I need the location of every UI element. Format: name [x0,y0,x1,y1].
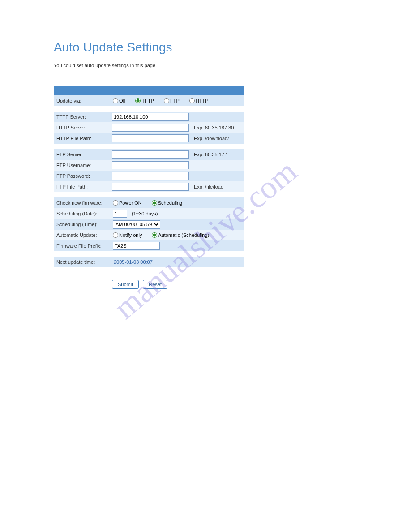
sched-time-select[interactable]: AM 00:00- 05:59 [113,220,160,229]
radio-off[interactable] [113,98,118,103]
check-firmware-label: Check new firmware: [54,200,112,206]
next-update-row: Next update time: 2005-01-03 00:07 [54,257,244,267]
page-title: Auto Update Settings [54,40,398,55]
divider [54,72,246,72]
ftp-path-label: FTP File Path: [54,184,112,189]
sched-date-label: Scheduling (Date): [54,211,112,216]
http-path-row: HTTP File Path: Exp. /download/ [54,133,244,144]
ftp-pass-row: FTP Password: [54,171,244,181]
radio-automatic-label: Automatic (Scheduling) [158,232,209,238]
ftp-path-row: FTP File Path: Exp. /file/load [54,181,244,192]
ftp-user-input[interactable] [112,161,189,169]
sched-date-row: Scheduling (Date): (1~30 days) [54,208,244,219]
ftp-path-input[interactable] [112,183,189,191]
ftp-server-label: FTP Server: [54,152,112,157]
radio-tftp-label: TFTP [141,98,154,103]
radio-power-on[interactable] [113,200,118,206]
tftp-server-row: TFTP Server: [54,112,244,122]
http-path-input[interactable] [112,134,189,142]
ftp-pass-label: FTP Password: [54,173,112,179]
http-path-hint: Exp. /download/ [190,136,244,141]
radio-off-label: Off [119,98,125,103]
auto-update-label: Automatic Update: [54,232,112,238]
ftp-path-hint: Exp. /file/load [190,184,244,189]
tftp-server-label: TFTP Server: [54,114,112,120]
update-via-label: Update via: [54,98,112,103]
ftp-server-row: FTP Server: Exp. 60.35.17.1 [54,149,244,160]
radio-power-on-label: Power ON [119,200,142,206]
ftp-user-label: FTP Username: [54,163,112,168]
prefix-input[interactable] [113,242,160,250]
header-bar [54,86,244,95]
radio-http[interactable] [189,98,195,103]
sched-date-input[interactable] [113,210,127,218]
http-server-input[interactable] [112,124,189,132]
sched-time-label: Scheduling (Time): [54,222,112,227]
radio-notify-only[interactable] [113,232,118,238]
prefix-label: Firmware File Prefix: [54,243,112,249]
radio-ftp-label: FTP [170,98,180,103]
ftp-pass-input[interactable] [112,172,189,180]
config-form: Update via: Off TFTP FTP HTTP TFTP Serve… [54,86,244,289]
radio-notify-only-label: Notify only [119,232,142,238]
radio-automatic[interactable] [152,232,157,238]
update-via-row: Update via: Off TFTP FTP HTTP [54,95,244,106]
reset-button[interactable]: Reset [143,280,167,289]
http-server-hint: Exp. 60.35.187.30 [190,125,244,130]
tftp-server-input[interactable] [112,113,189,121]
radio-tftp[interactable] [135,98,141,103]
http-server-label: HTTP Server: [54,125,112,130]
next-update-value: 2005-01-03 00:07 [113,259,153,265]
ftp-user-row: FTP Username: [54,160,244,171]
prefix-row: Firmware File Prefix: [54,240,244,251]
sched-date-hint: (1~30 days) [132,211,158,216]
ftp-server-input[interactable] [112,150,189,159]
sched-time-row: Scheduling (Time): AM 00:00- 05:59 [54,219,244,230]
radio-scheduling[interactable] [152,200,157,206]
radio-ftp[interactable] [164,98,169,103]
page-subtitle: You could set auto update settings in th… [54,63,398,68]
check-firmware-row: Check new firmware: Power ON Scheduling [54,197,244,208]
ftp-server-hint: Exp. 60.35.17.1 [190,152,244,157]
submit-button[interactable]: Submit [112,280,139,289]
radio-http-label: HTTP [196,98,209,103]
http-server-row: HTTP Server: Exp. 60.35.187.30 [54,122,244,133]
auto-update-row: Automatic Update: Notify only Automatic … [54,230,244,240]
http-path-label: HTTP File Path: [54,136,112,141]
button-row: Submit Reset [54,280,244,289]
radio-scheduling-label: Scheduling [158,200,182,206]
next-update-label: Next update time: [54,259,112,265]
